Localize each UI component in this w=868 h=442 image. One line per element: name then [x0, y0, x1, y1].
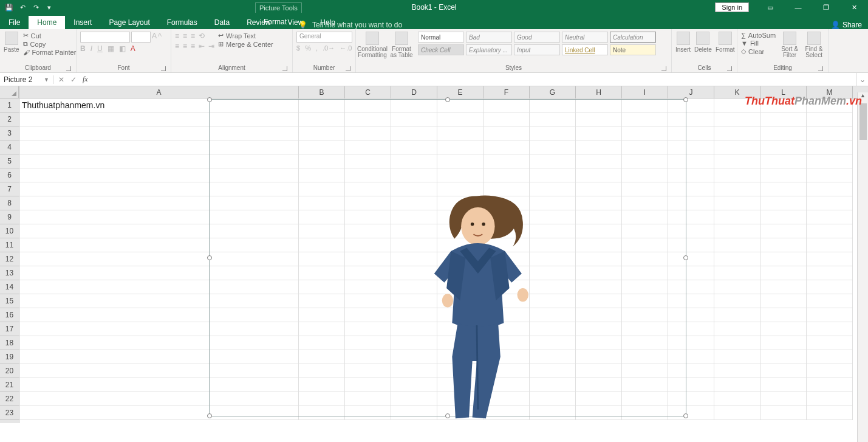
align-top-icon[interactable]: ≡	[175, 32, 179, 40]
cell[interactable]	[807, 182, 853, 196]
italic-button[interactable]: I	[91, 44, 92, 53]
cell[interactable]	[760, 126, 807, 140]
cell[interactable]	[807, 392, 853, 406]
cell[interactable]	[760, 252, 807, 266]
row-header[interactable]: 17	[0, 322, 19, 336]
scroll-thumb[interactable]	[859, 103, 867, 140]
cell[interactable]	[760, 238, 807, 252]
copy-button[interactable]: ⧉Copy	[23, 40, 77, 48]
cell[interactable]	[807, 322, 853, 336]
column-header[interactable]: I	[622, 86, 668, 98]
tab-format[interactable]: Format	[255, 15, 295, 29]
row-header[interactable]: 1	[0, 98, 19, 112]
autosum-button[interactable]: ∑AutoSum	[741, 32, 776, 39]
decrease-decimal-icon[interactable]: ←.0	[340, 44, 352, 52]
column-headers[interactable]: ABCDEFGHIJKLM	[19, 86, 868, 98]
cell[interactable]	[760, 112, 807, 126]
cell[interactable]	[714, 266, 760, 280]
cell[interactable]	[807, 294, 853, 308]
row-header[interactable]: 18	[0, 336, 19, 350]
align-center-icon[interactable]: ≡	[183, 42, 187, 50]
tab-insert[interactable]: Insert	[65, 16, 100, 29]
row-header[interactable]: 8	[0, 196, 19, 210]
cell[interactable]	[760, 280, 807, 294]
cell[interactable]	[714, 112, 760, 126]
qat-more-icon[interactable]: ▾	[45, 3, 53, 12]
align-right-icon[interactable]: ≡	[191, 42, 195, 50]
currency-icon[interactable]: $	[296, 44, 300, 52]
cell[interactable]	[760, 336, 807, 350]
cell[interactable]	[714, 280, 760, 294]
fill-color-button[interactable]: ◧	[119, 44, 126, 53]
format-cells-button[interactable]: Format	[716, 32, 735, 53]
cell[interactable]	[760, 224, 807, 238]
cell-styles-gallery[interactable]: Normal Bad Good Neutral Calculation Chec…	[418, 32, 661, 55]
cell[interactable]	[760, 392, 807, 406]
cell[interactable]	[714, 126, 760, 140]
cell[interactable]	[714, 294, 760, 308]
tab-data[interactable]: Data	[206, 16, 238, 29]
increase-font-icon[interactable]: A	[152, 32, 157, 43]
cell[interactable]	[807, 280, 853, 294]
cell[interactable]	[807, 406, 853, 420]
style-explanatory[interactable]: Explanatory ...	[466, 44, 512, 55]
cell[interactable]	[714, 364, 760, 378]
column-header[interactable]: F	[484, 86, 530, 98]
cell[interactable]	[807, 364, 853, 378]
redo-icon[interactable]: ↷	[32, 3, 40, 12]
maximize-button[interactable]: ❐	[812, 0, 840, 15]
row-header[interactable]: 9	[0, 210, 19, 224]
cell[interactable]	[760, 322, 807, 336]
row-header[interactable]: 10	[0, 224, 19, 238]
cell[interactable]	[760, 294, 807, 308]
number-format-dropdown[interactable]: General	[296, 32, 352, 43]
row-header[interactable]: 2	[0, 112, 19, 126]
save-icon[interactable]: 💾	[5, 3, 13, 12]
fill-button[interactable]: ▼Fill	[741, 40, 776, 47]
row-header[interactable]: 13	[0, 266, 19, 280]
cell[interactable]	[714, 350, 760, 364]
row-header[interactable]: 4	[0, 140, 19, 154]
format-painter-button[interactable]: 🖌Format Painter	[23, 49, 77, 56]
cell[interactable]	[714, 140, 760, 154]
column-header[interactable]: B	[299, 86, 345, 98]
selected-picture[interactable]	[209, 99, 686, 416]
cell[interactable]	[760, 154, 807, 168]
cell[interactable]	[807, 210, 853, 224]
row-header[interactable]: 21	[0, 378, 19, 392]
style-bad[interactable]: Bad	[466, 32, 512, 43]
merge-center-button[interactable]: ⊞Merge & Center	[218, 40, 273, 48]
cell[interactable]	[807, 308, 853, 322]
row-header[interactable]: 20	[0, 364, 19, 378]
orientation-icon[interactable]: ⟲	[199, 32, 205, 40]
cell[interactable]	[714, 238, 760, 252]
cell[interactable]	[760, 196, 807, 210]
cell[interactable]	[714, 336, 760, 350]
column-header[interactable]: H	[576, 86, 622, 98]
column-header[interactable]: G	[530, 86, 576, 98]
style-neutral[interactable]: Neutral	[562, 32, 608, 43]
indent-decrease-icon[interactable]: ⇤	[199, 42, 205, 50]
cell[interactable]	[714, 252, 760, 266]
row-header[interactable]: 6	[0, 168, 19, 182]
minimize-button[interactable]: —	[784, 0, 812, 15]
column-header[interactable]: A	[19, 86, 299, 98]
column-header[interactable]: C	[345, 86, 391, 98]
cell[interactable]	[760, 266, 807, 280]
cell[interactable]	[714, 378, 760, 392]
conditional-formatting-button[interactable]: Conditional Formatting	[360, 32, 385, 58]
cell[interactable]	[714, 196, 760, 210]
style-normal[interactable]: Normal	[418, 32, 464, 43]
tab-page-layout[interactable]: Page Layout	[100, 16, 158, 29]
underline-button[interactable]: U	[97, 44, 103, 53]
cell[interactable]	[714, 210, 760, 224]
select-all-corner[interactable]	[0, 86, 19, 98]
cell[interactable]	[714, 182, 760, 196]
ribbon-display-options-icon[interactable]: ▭	[756, 0, 784, 15]
row-header[interactable]: 3	[0, 126, 19, 140]
cell[interactable]	[807, 224, 853, 238]
tab-formulas[interactable]: Formulas	[159, 16, 206, 29]
close-button[interactable]: ✕	[840, 0, 868, 15]
comma-icon[interactable]: ,	[316, 44, 318, 52]
row-header[interactable]: 5	[0, 154, 19, 168]
